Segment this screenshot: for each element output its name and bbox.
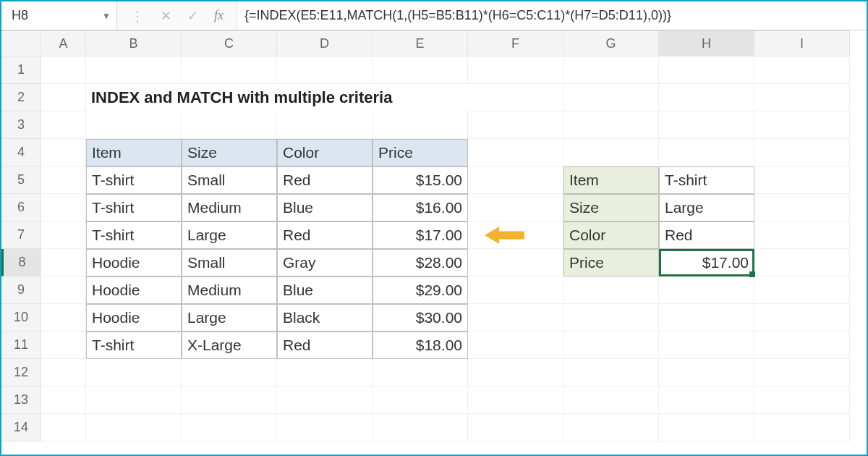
- row-header-5[interactable]: 5: [1, 166, 41, 194]
- cell-E14[interactable]: [373, 414, 468, 442]
- cell-G12[interactable]: [563, 359, 659, 387]
- cell-A10[interactable]: [41, 304, 86, 332]
- cell-G10[interactable]: [563, 304, 659, 332]
- col-header-G[interactable]: G: [563, 30, 659, 56]
- cell-H4[interactable]: [659, 139, 754, 166]
- cell-F5[interactable]: [468, 166, 563, 194]
- cell-F3[interactable]: [468, 111, 563, 139]
- cell-G7[interactable]: Color: [563, 221, 659, 249]
- cell-G5[interactable]: Item: [563, 166, 659, 194]
- cell-D13[interactable]: [277, 387, 373, 414]
- enter-icon[interactable]: ✓: [187, 8, 198, 24]
- row-header-11[interactable]: 11: [1, 332, 41, 359]
- cell-C4[interactable]: Size: [182, 139, 277, 166]
- cell-I10[interactable]: [754, 304, 850, 332]
- cell-E7[interactable]: $17.00: [373, 221, 468, 249]
- cell-A8[interactable]: [41, 249, 86, 276]
- cell-G3[interactable]: [563, 111, 659, 139]
- row-header-4[interactable]: 4: [1, 139, 41, 166]
- col-header-D[interactable]: D: [277, 30, 373, 56]
- cell-I4[interactable]: [754, 139, 850, 166]
- cell-F9[interactable]: [468, 276, 563, 304]
- name-box[interactable]: H8 ▼: [1, 1, 117, 30]
- cell-E11[interactable]: $18.00: [373, 332, 468, 359]
- cell-C1[interactable]: [182, 56, 277, 84]
- cell-F13[interactable]: [468, 387, 563, 414]
- cell-D6[interactable]: Blue: [277, 194, 373, 221]
- cell-A11[interactable]: [41, 332, 86, 359]
- cell-A1[interactable]: [41, 56, 86, 84]
- cell-E5[interactable]: $15.00: [373, 166, 468, 194]
- cell-G4[interactable]: [563, 139, 659, 166]
- cell-B6[interactable]: T-shirt: [86, 194, 182, 221]
- cell-F8[interactable]: [468, 249, 563, 276]
- cell-I6[interactable]: [754, 194, 850, 221]
- cell-A2[interactable]: [41, 84, 86, 111]
- cell-E3[interactable]: [373, 111, 468, 139]
- cell-H10[interactable]: [659, 304, 754, 332]
- row-header-3[interactable]: 3: [1, 111, 41, 139]
- cell-B3[interactable]: [86, 111, 182, 139]
- cell-E13[interactable]: [373, 387, 468, 414]
- cell-H12[interactable]: [659, 359, 754, 387]
- cell-A6[interactable]: [41, 194, 86, 221]
- cell-B7[interactable]: T-shirt: [86, 221, 182, 249]
- cell-D12[interactable]: [277, 359, 373, 387]
- cell-E4[interactable]: Price: [373, 139, 468, 166]
- row-header-10[interactable]: 10: [1, 304, 41, 332]
- row-header-9[interactable]: 9: [1, 276, 41, 304]
- cell-C13[interactable]: [182, 387, 277, 414]
- cell-D5[interactable]: Red: [277, 166, 373, 194]
- cell-D11[interactable]: Red: [277, 332, 373, 359]
- cell-I1[interactable]: [754, 56, 850, 84]
- cell-G2[interactable]: [563, 84, 659, 111]
- row-header-12[interactable]: 12: [1, 359, 41, 387]
- fx-icon[interactable]: fx: [214, 8, 224, 23]
- cell-H9[interactable]: [659, 276, 754, 304]
- cell-F2[interactable]: [468, 84, 563, 111]
- spreadsheet-grid[interactable]: A B C D E F G H I 1 2 INDEX and MATCH wi…: [1, 30, 867, 442]
- cell-B10[interactable]: Hoodie: [86, 304, 182, 332]
- cell-G13[interactable]: [563, 387, 659, 414]
- cell-A7[interactable]: [41, 221, 86, 249]
- cell-C10[interactable]: Large: [182, 304, 277, 332]
- col-header-I[interactable]: I: [754, 30, 850, 56]
- cell-I3[interactable]: [754, 111, 850, 139]
- cell-B13[interactable]: [86, 387, 182, 414]
- cell-E12[interactable]: [373, 359, 468, 387]
- cell-I14[interactable]: [754, 414, 850, 442]
- col-header-C[interactable]: C: [182, 30, 277, 56]
- cell-B11[interactable]: T-shirt: [86, 332, 182, 359]
- formula-input[interactable]: {=INDEX(E5:E11,MATCH(1,(H5=B5:B11)*(H6=C…: [237, 1, 867, 30]
- col-header-E[interactable]: E: [373, 30, 468, 56]
- cell-H1[interactable]: [659, 56, 754, 84]
- cell-D14[interactable]: [277, 414, 373, 442]
- cell-A13[interactable]: [41, 387, 86, 414]
- row-header-14[interactable]: 14: [1, 414, 41, 442]
- row-header-8[interactable]: 8: [1, 249, 41, 276]
- cell-A5[interactable]: [41, 166, 86, 194]
- cell-D4[interactable]: Color: [277, 139, 373, 166]
- cell-G11[interactable]: [563, 332, 659, 359]
- cell-D10[interactable]: Black: [277, 304, 373, 332]
- cell-C7[interactable]: Large: [182, 221, 277, 249]
- cell-H3[interactable]: [659, 111, 754, 139]
- cell-C5[interactable]: Small: [182, 166, 277, 194]
- cell-A3[interactable]: [41, 111, 86, 139]
- cell-G14[interactable]: [563, 414, 659, 442]
- cell-C14[interactable]: [182, 414, 277, 442]
- cell-E8[interactable]: $28.00: [373, 249, 468, 276]
- cell-C3[interactable]: [182, 111, 277, 139]
- cell-F10[interactable]: [468, 304, 563, 332]
- cell-D1[interactable]: [277, 56, 373, 84]
- cell-H5[interactable]: T-shirt: [659, 166, 754, 194]
- cell-H8[interactable]: $17.00: [659, 249, 754, 276]
- cancel-icon[interactable]: ✕: [161, 8, 171, 24]
- cell-A12[interactable]: [41, 359, 86, 387]
- cell-I12[interactable]: [754, 359, 850, 387]
- cell-I11[interactable]: [754, 332, 850, 359]
- cell-B9[interactable]: Hoodie: [86, 276, 182, 304]
- cell-I5[interactable]: [754, 166, 850, 194]
- cell-H2[interactable]: [659, 84, 754, 111]
- cell-B12[interactable]: [86, 359, 182, 387]
